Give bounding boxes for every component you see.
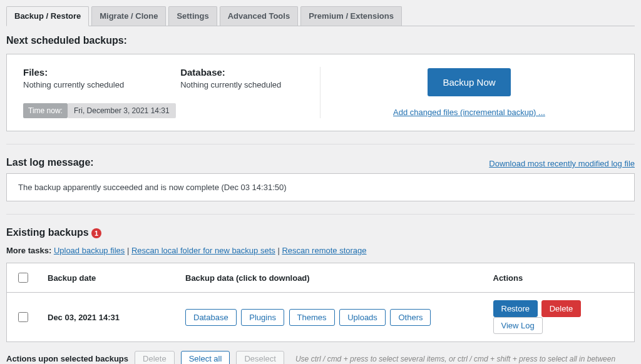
divider: [6, 214, 635, 215]
backup-now-button[interactable]: Backup Now: [428, 68, 510, 96]
tab-migrate-clone[interactable]: Migrate / Clone: [91, 6, 166, 26]
tab-bar: Backup / Restore Migrate / Clone Setting…: [6, 6, 635, 26]
existing-backups-table: Backup date Backup data (click to downlo…: [6, 263, 635, 342]
bulk-actions-row: Actions upon selected backups Delete Sel…: [6, 351, 635, 364]
col-backup-date: Backup date: [39, 263, 177, 293]
restore-button[interactable]: Restore: [493, 300, 538, 317]
download-log-link[interactable]: Download most recently modified log file: [489, 159, 635, 168]
upload-backup-files-link[interactable]: Upload backup files: [54, 246, 125, 255]
view-log-button[interactable]: View Log: [493, 317, 543, 334]
table-row: Dec 03, 2021 14:31 Database Plugins Them…: [7, 293, 635, 342]
select-all-checkbox[interactable]: [18, 273, 28, 283]
files-status: Nothing currently scheduled: [23, 80, 124, 89]
chip-themes[interactable]: Themes: [289, 309, 335, 326]
files-label: Files:: [23, 67, 124, 78]
incremental-backup-link[interactable]: Add changed files (incremental backup) .…: [393, 108, 545, 117]
more-tasks-row: More tasks: Upload backup files | Rescan…: [6, 246, 635, 255]
time-now-label: Time now:: [23, 103, 68, 118]
rescan-local-link[interactable]: Rescan local folder for new backup sets: [131, 246, 275, 255]
database-status: Nothing currently scheduled: [180, 80, 281, 89]
chip-uploads[interactable]: Uploads: [339, 309, 386, 326]
chip-plugins[interactable]: Plugins: [241, 309, 284, 326]
delete-button[interactable]: Delete: [541, 300, 582, 317]
existing-backups-count-badge: 1: [91, 228, 101, 238]
col-actions: Actions: [485, 263, 635, 293]
bulk-delete-button[interactable]: Delete: [135, 351, 175, 364]
database-label: Database:: [180, 67, 281, 78]
bulk-deselect-button[interactable]: Deselect: [236, 351, 284, 364]
divider: [6, 144, 635, 144]
last-log-message: The backup apparently succeeded and is n…: [6, 173, 635, 201]
last-log-heading: Last log message:: [6, 157, 94, 168]
tab-advanced-tools[interactable]: Advanced Tools: [220, 6, 298, 26]
tab-backup-restore[interactable]: Backup / Restore: [6, 6, 89, 26]
next-scheduled-panel: Files: Nothing currently scheduled Datab…: [6, 54, 635, 131]
bulk-actions-label: Actions upon selected backups: [6, 354, 128, 363]
bulk-hint: Use ctrl / cmd + press to select several…: [295, 355, 615, 363]
existing-backups-heading: Existing backups 1: [6, 227, 635, 238]
bulk-select-all-button[interactable]: Select all: [181, 351, 230, 364]
tab-premium-extensions[interactable]: Premium / Extensions: [300, 6, 402, 26]
rescan-remote-link[interactable]: Rescan remote storage: [282, 246, 366, 255]
row-checkbox[interactable]: [18, 312, 28, 322]
next-scheduled-heading: Next scheduled backups:: [6, 35, 635, 46]
col-backup-data: Backup data (click to download): [177, 263, 485, 293]
chip-others[interactable]: Others: [390, 309, 431, 326]
existing-backups-title: Existing backups: [6, 227, 89, 238]
tab-settings[interactable]: Settings: [168, 6, 217, 26]
chip-database[interactable]: Database: [185, 309, 237, 326]
more-tasks-label: More tasks:: [6, 246, 51, 255]
backup-date-cell: Dec 03, 2021 14:31: [39, 293, 177, 342]
time-now-value: Fri, December 3, 2021 14:31: [68, 103, 176, 118]
